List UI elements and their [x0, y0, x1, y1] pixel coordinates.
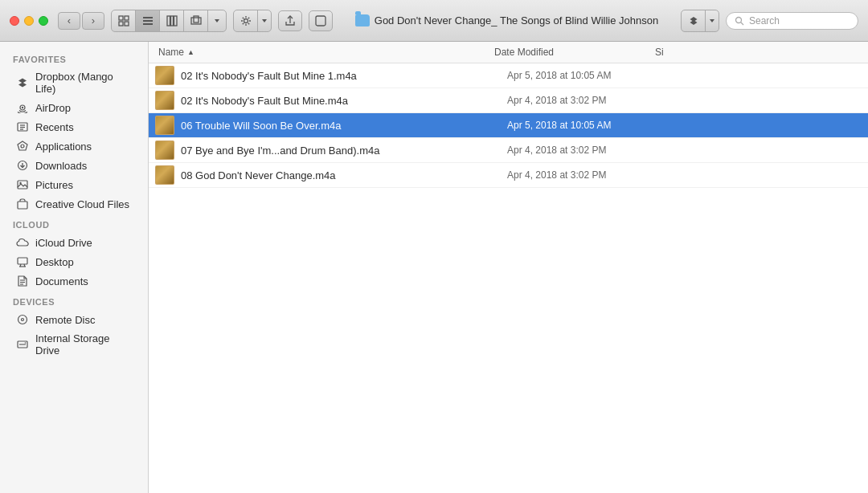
- more-view-button[interactable]: [208, 10, 226, 31]
- maximize-button[interactable]: [39, 16, 48, 26]
- file-date: Apr 4, 2018 at 3:02 PM: [507, 169, 668, 181]
- cover-icon: [190, 15, 202, 26]
- main-area: Favorites Dropbox (Mango Life): [0, 42, 868, 493]
- sidebar-item-dropbox[interactable]: Dropbox (Mango Life): [3, 67, 145, 98]
- file-name-cell: 02 It's Nobody's Fault But Mine.m4a: [181, 93, 507, 108]
- svg-rect-10: [191, 18, 201, 24]
- table-row[interactable]: 07 Bye and Bye I'm...and Drum Band).m4a …: [149, 138, 868, 163]
- svg-point-55: [25, 342, 27, 344]
- file-name-cell: 06 Trouble Will Soon Be Over.m4a: [181, 118, 507, 132]
- title-bar: ‹ ›: [0, 0, 868, 42]
- icloud-section-label: iCloud: [0, 214, 148, 233]
- minimize-button[interactable]: [24, 16, 34, 26]
- dropbox-button[interactable]: [682, 10, 706, 31]
- window-title: God Don't Never Change_ The Songs of Bli…: [375, 14, 658, 26]
- sidebar: Favorites Dropbox (Mango Life): [0, 42, 149, 493]
- svg-point-38: [21, 145, 24, 148]
- name-col-label: Name: [158, 47, 184, 58]
- actions-group: [233, 10, 272, 32]
- sidebar-item-remote-disc[interactable]: Remote Disc: [3, 310, 145, 329]
- file-name: 08 God Don't Never Change.m4a: [181, 169, 336, 181]
- svg-rect-8: [170, 16, 173, 26]
- sidebar-internal-storage-label: Internal Storage Drive: [35, 332, 132, 357]
- sort-arrow-icon: ▲: [187, 48, 194, 56]
- dropbox-arrow-button[interactable]: [706, 10, 719, 31]
- nav-buttons: ‹ ›: [58, 12, 104, 30]
- sidebar-item-pictures[interactable]: Pictures: [3, 175, 145, 194]
- svg-point-51: [18, 316, 27, 324]
- sidebar-item-downloads[interactable]: Downloads: [3, 156, 145, 175]
- file-thumbnail: [155, 91, 174, 110]
- chevron-down-icon: [213, 17, 221, 25]
- svg-rect-9: [174, 16, 177, 26]
- share-button[interactable]: [278, 10, 302, 31]
- actions-button[interactable]: [234, 10, 258, 31]
- tag-icon: [315, 15, 326, 26]
- svg-rect-0: [119, 16, 123, 20]
- search-box[interactable]: Search: [726, 12, 858, 30]
- file-area: Name ▲ Date Modified Si 02 It's Nobody's…: [149, 42, 868, 493]
- pictures-sidebar-icon: [16, 178, 29, 191]
- gear-icon: [240, 15, 252, 26]
- svg-line-20: [248, 17, 248, 18]
- desktop-sidebar-icon: [16, 255, 29, 268]
- table-row[interactable]: 08 God Don't Never Change.m4a Apr 4, 201…: [149, 163, 868, 188]
- sidebar-item-documents[interactable]: Documents: [3, 271, 145, 291]
- file-date: Apr 4, 2018 at 3:02 PM: [507, 95, 668, 106]
- svg-rect-7: [167, 16, 170, 26]
- svg-marker-31: [18, 83, 27, 88]
- table-row[interactable]: 02 It's Nobody's Fault But Mine.m4a Apr …: [149, 88, 868, 113]
- share-icon: [285, 15, 296, 26]
- cover-view-button[interactable]: [184, 10, 208, 31]
- name-column-header[interactable]: Name ▲: [149, 47, 494, 58]
- sidebar-item-airdrop[interactable]: AirDrop: [3, 98, 145, 117]
- sidebar-item-icloud-drive[interactable]: iCloud Drive: [3, 233, 145, 252]
- close-button[interactable]: [10, 16, 19, 26]
- file-thumbnail: [155, 116, 174, 135]
- file-name-cell: 07 Bye and Bye I'm...and Drum Band).m4a: [181, 143, 507, 157]
- column-view-button[interactable]: [160, 10, 184, 31]
- creative-cloud-sidebar-icon: [16, 198, 29, 210]
- sidebar-airdrop-label: AirDrop: [35, 102, 71, 114]
- sidebar-desktop-label: Desktop: [35, 256, 74, 268]
- svg-line-19: [248, 22, 248, 23]
- file-date: Apr 4, 2018 at 3:02 PM: [507, 145, 668, 156]
- svg-rect-24: [316, 16, 326, 26]
- grid-view-button[interactable]: [112, 10, 136, 31]
- sidebar-item-creative-cloud[interactable]: Creative Cloud Files: [3, 194, 145, 214]
- forward-button[interactable]: ›: [82, 12, 104, 30]
- sidebar-item-recents[interactable]: Recents: [3, 117, 145, 136]
- size-column-header[interactable]: Si: [655, 47, 664, 58]
- window-title-area: God Don't Never Change_ The Songs of Bli…: [339, 14, 674, 26]
- tag-button[interactable]: [309, 10, 333, 31]
- back-button[interactable]: ‹: [58, 12, 80, 30]
- file-name-cell: 02 It's Nobody's Fault But Mine 1.m4a: [181, 68, 507, 83]
- sidebar-applications-label: Applications: [35, 141, 92, 153]
- devices-section-label: Devices: [0, 291, 148, 310]
- svg-rect-43: [18, 202, 27, 209]
- sidebar-item-applications[interactable]: Applications: [3, 136, 145, 156]
- sidebar-pictures-label: Pictures: [35, 179, 73, 191]
- file-name: 02 It's Nobody's Fault But Mine.m4a: [181, 95, 348, 107]
- list-icon: [142, 15, 154, 26]
- file-name: 02 It's Nobody's Fault But Mine 1.m4a: [181, 70, 357, 82]
- actions-chevron-icon: [261, 18, 268, 24]
- icloud-sidebar-icon: [16, 236, 29, 249]
- svg-rect-1: [125, 16, 129, 20]
- svg-marker-27: [710, 19, 714, 22]
- sidebar-item-internal-storage[interactable]: Internal Storage Drive: [3, 329, 145, 360]
- table-row[interactable]: 06 Trouble Will Soon Be Over.m4a Apr 5, …: [149, 113, 868, 138]
- svg-point-13: [244, 18, 248, 22]
- internal-storage-sidebar-icon: [16, 338, 29, 351]
- svg-point-33: [22, 107, 23, 108]
- recents-sidebar-icon: [16, 120, 29, 133]
- table-row[interactable]: 02 It's Nobody's Fault But Mine 1.m4a Ap…: [149, 63, 868, 88]
- sidebar-documents-label: Documents: [35, 275, 88, 287]
- sidebar-icloud-drive-label: iCloud Drive: [35, 237, 92, 249]
- actions-arrow-button[interactable]: [258, 10, 271, 31]
- search-icon: [735, 16, 744, 26]
- sidebar-item-desktop[interactable]: Desktop: [3, 252, 145, 271]
- svg-rect-3: [125, 22, 129, 26]
- date-column-header[interactable]: Date Modified: [494, 47, 655, 58]
- list-view-button[interactable]: [136, 10, 160, 31]
